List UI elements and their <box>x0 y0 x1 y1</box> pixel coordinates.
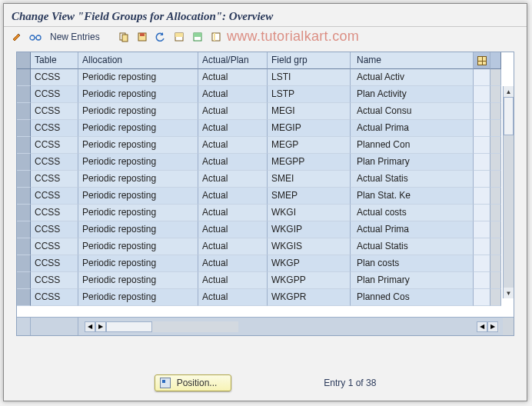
cell-actual-plan[interactable]: Actual <box>198 86 268 103</box>
cell-field-grp[interactable]: WKGPR <box>268 289 351 306</box>
cell-allocation[interactable]: Periodic reposting <box>78 69 198 86</box>
cell-name[interactable]: Actual Consu <box>351 103 474 120</box>
new-entries-button[interactable]: New Entries <box>47 32 103 42</box>
cell-name[interactable]: Plan Activity <box>351 86 474 103</box>
cell-name[interactable]: Plan Primary <box>351 272 474 289</box>
select-all-icon[interactable] <box>172 30 186 44</box>
cell-table[interactable]: CCSS <box>31 154 78 171</box>
row-selector[interactable] <box>17 272 31 289</box>
row-selector[interactable] <box>17 238 31 255</box>
cell-allocation[interactable]: Periodic reposting <box>78 221 198 238</box>
table-row[interactable]: CCSSPeriodic repostingActualWKGPRPlanned… <box>17 289 514 306</box>
table-row[interactable]: CCSSPeriodic repostingActualMEGPPlanned … <box>17 137 514 154</box>
row-selector[interactable] <box>17 205 31 221</box>
vertical-scrollbar[interactable]: ▲ ▼ <box>503 86 514 298</box>
table-row[interactable]: CCSSPeriodic repostingActualSMEIActual S… <box>17 171 514 188</box>
cell-allocation[interactable]: Periodic reposting <box>78 137 198 154</box>
select-all-header[interactable] <box>17 52 31 69</box>
cell-name[interactable]: Plan Primary <box>351 154 474 171</box>
cell-field-grp[interactable]: MEGI <box>268 103 351 120</box>
cell-field-grp[interactable]: LSTP <box>268 86 351 103</box>
cell-allocation[interactable]: Periodic reposting <box>78 289 198 306</box>
cell-table[interactable]: CCSS <box>31 171 78 188</box>
table-row[interactable]: CCSSPeriodic repostingActualSMEPPlan Sta… <box>17 188 514 205</box>
h-scroll-right[interactable]: ◀ ▶ <box>477 321 500 332</box>
cell-name[interactable]: Actual Prima <box>351 120 474 137</box>
h-scroll-right-fwd-icon[interactable]: ▶ <box>487 321 498 332</box>
cell-field-grp[interactable]: SMEP <box>268 188 351 205</box>
cell-table[interactable]: CCSS <box>31 221 78 238</box>
scroll-up-icon[interactable]: ▲ <box>504 86 514 97</box>
cell-name[interactable]: Plan costs <box>351 255 474 272</box>
cell-actual-plan[interactable]: Actual <box>198 238 268 255</box>
undo-icon[interactable] <box>154 30 168 44</box>
scroll-thumb[interactable] <box>504 97 514 135</box>
h-scroll-right-back-icon[interactable]: ◀ <box>477 321 487 332</box>
save-icon[interactable] <box>135 30 149 44</box>
row-selector[interactable] <box>17 103 31 120</box>
row-selector[interactable] <box>17 120 31 137</box>
cell-table[interactable]: CCSS <box>31 255 78 272</box>
position-button[interactable]: Position... <box>155 374 232 391</box>
cell-actual-plan[interactable]: Actual <box>198 69 268 86</box>
cell-field-grp[interactable]: MEGP <box>268 137 351 154</box>
table-row[interactable]: CCSSPeriodic repostingActualWKGPPPlan Pr… <box>17 272 514 289</box>
table-row[interactable]: CCSSPeriodic repostingActualWKGISActual … <box>17 238 514 255</box>
col-actual-plan[interactable]: Actual/Plan <box>198 52 268 69</box>
cell-name[interactable]: Actual costs <box>351 205 474 221</box>
row-selector[interactable] <box>17 255 31 272</box>
cell-table[interactable]: CCSS <box>31 272 78 289</box>
cell-allocation[interactable]: Periodic reposting <box>78 238 198 255</box>
table-row[interactable]: CCSSPeriodic repostingActualMEGIPActual … <box>17 120 514 137</box>
cell-actual-plan[interactable]: Actual <box>198 154 268 171</box>
cell-table[interactable]: CCSS <box>31 205 78 221</box>
cell-field-grp[interactable]: WKGPP <box>268 272 351 289</box>
cell-name[interactable]: Plan Stat. Ke <box>351 188 474 205</box>
cell-actual-plan[interactable]: Actual <box>198 272 268 289</box>
cell-actual-plan[interactable]: Actual <box>198 255 268 272</box>
col-field-grp[interactable]: Field grp <box>268 52 351 69</box>
cell-actual-plan[interactable]: Actual <box>198 120 268 137</box>
cell-allocation[interactable]: Periodic reposting <box>78 103 198 120</box>
col-table[interactable]: Table <box>31 52 78 69</box>
table-row[interactable]: CCSSPeriodic repostingActualLSTPPlan Act… <box>17 86 514 103</box>
cell-name[interactable]: Actual Prima <box>351 221 474 238</box>
cell-field-grp[interactable]: SMEI <box>268 171 351 188</box>
h-scroll-left[interactable]: ◀ ▶ <box>85 321 238 332</box>
table-row[interactable]: CCSSPeriodic repostingActualMEGPPPlan Pr… <box>17 154 514 171</box>
cell-name[interactable]: Actual Activ <box>351 69 474 86</box>
cell-actual-plan[interactable]: Actual <box>198 171 268 188</box>
cell-allocation[interactable]: Periodic reposting <box>78 272 198 289</box>
cell-table[interactable]: CCSS <box>31 238 78 255</box>
h-scroll-thumb[interactable] <box>106 321 152 332</box>
cell-table[interactable]: CCSS <box>31 188 78 205</box>
cell-allocation[interactable]: Periodic reposting <box>78 188 198 205</box>
cell-name[interactable]: Actual Statis <box>351 238 474 255</box>
row-selector[interactable] <box>17 69 31 86</box>
configure-columns-icon[interactable] <box>474 52 490 69</box>
cell-name[interactable]: Actual Statis <box>351 171 474 188</box>
toggle-change-icon[interactable] <box>10 30 24 44</box>
cell-field-grp[interactable]: MEGPP <box>268 154 351 171</box>
cell-name[interactable]: Planned Cos <box>351 289 474 306</box>
cell-table[interactable]: CCSS <box>31 289 78 306</box>
cell-table[interactable]: CCSS <box>31 103 78 120</box>
row-selector[interactable] <box>17 86 31 103</box>
copy-icon[interactable] <box>117 30 131 44</box>
h-scroll-left-back-icon[interactable]: ◀ <box>85 321 95 332</box>
cell-actual-plan[interactable]: Actual <box>198 221 268 238</box>
cell-actual-plan[interactable]: Actual <box>198 137 268 154</box>
cell-allocation[interactable]: Periodic reposting <box>78 86 198 103</box>
col-allocation[interactable]: Allocation <box>78 52 198 69</box>
cell-allocation[interactable]: Periodic reposting <box>78 154 198 171</box>
row-selector[interactable] <box>17 221 31 238</box>
glasses-icon[interactable] <box>28 30 42 44</box>
row-selector[interactable] <box>17 289 31 306</box>
cell-field-grp[interactable]: MEGIP <box>268 120 351 137</box>
table-row[interactable]: CCSSPeriodic repostingActualWKGPPlan cos… <box>17 255 514 272</box>
select-block-icon[interactable] <box>191 30 204 44</box>
cell-name[interactable]: Planned Con <box>351 137 474 154</box>
row-selector[interactable] <box>17 171 31 188</box>
table-row[interactable]: CCSSPeriodic repostingActualWKGIActual c… <box>17 205 514 221</box>
cell-actual-plan[interactable]: Actual <box>198 289 268 306</box>
